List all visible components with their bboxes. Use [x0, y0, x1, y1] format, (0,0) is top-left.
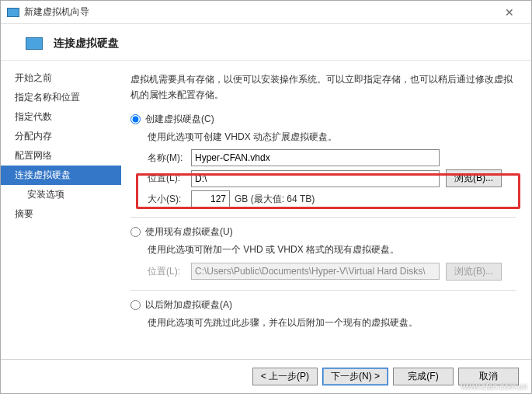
radio-attach-later[interactable]: 以后附加虚拟硬盘(A): [130, 298, 516, 312]
wizard-header: 连接虚拟硬盘: [1, 24, 531, 61]
size-input[interactable]: [191, 190, 230, 207]
radio-create-vhd[interactable]: 创建虚拟硬盘(C): [130, 113, 516, 126]
radio-existing-vhd-label: 使用现有虚拟硬盘(U): [145, 225, 233, 239]
size-suffix: GB (最大值: 64 TB): [235, 193, 315, 206]
create-vhd-hint: 使用此选项可创建 VHDX 动态扩展虚拟硬盘。: [148, 129, 516, 145]
footer: < 上一步(P) 下一步(N) > 完成(F) 取消: [1, 359, 531, 393]
content-pane: 虚拟机需要具有存储，以便可以安装操作系统。可以立即指定存储，也可以稍后通过修改虚…: [121, 61, 531, 359]
radio-existing-vhd[interactable]: 使用现有虚拟硬盘(U): [130, 225, 516, 239]
step-name-location[interactable]: 指定名称和位置: [1, 88, 121, 107]
step-memory[interactable]: 分配内存: [1, 127, 121, 146]
header-icon: [26, 37, 43, 50]
attach-later-hint: 使用此选项可先跳过此步骤，并在以后附加一个现有的虚拟硬盘。: [148, 315, 516, 330]
radio-existing-vhd-input[interactable]: [130, 227, 141, 237]
page-title: 连接虚拟硬盘: [54, 37, 119, 51]
radio-attach-later-input[interactable]: [130, 300, 141, 310]
existing-browse-button: 浏览(B)...: [446, 263, 502, 281]
finish-button[interactable]: 完成(F): [393, 368, 454, 385]
step-before-begin[interactable]: 开始之前: [1, 68, 121, 88]
step-connect-vhd[interactable]: 连接虚拟硬盘: [1, 166, 121, 185]
page-description: 虚拟机需要具有存储，以便可以安装操作系统。可以立即指定存储，也可以稍后通过修改虚…: [130, 71, 516, 103]
window-title: 新建虚拟机向导: [24, 5, 494, 19]
size-field-row: 大小(S): GB (最大值: 64 TB): [148, 190, 516, 207]
existing-location-label: 位置(L):: [148, 265, 191, 278]
titlebar: 新建虚拟机向导 ✕: [1, 1, 531, 24]
name-input[interactable]: [191, 149, 440, 166]
step-install-options[interactable]: 安装选项: [1, 185, 121, 204]
location-input[interactable]: [191, 170, 440, 187]
radio-create-vhd-label: 创建虚拟硬盘(C): [145, 113, 214, 126]
next-button[interactable]: 下一步(N) >: [322, 368, 388, 385]
name-label: 名称(M):: [148, 152, 191, 165]
cancel-button[interactable]: 取消: [458, 368, 519, 385]
wizard-window: 新建虚拟机向导 ✕ 连接虚拟硬盘 开始之前 指定名称和位置 指定代数 分配内存 …: [0, 0, 532, 394]
sidebar: 开始之前 指定名称和位置 指定代数 分配内存 配置网络 连接虚拟硬盘 安装选项 …: [1, 61, 121, 359]
name-field-row: 名称(M):: [148, 149, 516, 166]
divider-2: [130, 290, 516, 291]
app-icon: [7, 8, 19, 17]
existing-vhd-hint: 使用此选项可附加一个 VHD 或 VHDX 格式的现有虚拟硬盘。: [148, 242, 516, 257]
step-summary[interactable]: 摘要: [1, 204, 121, 224]
existing-location-input: [191, 263, 440, 280]
browse-button[interactable]: 浏览(B)...: [446, 169, 502, 187]
radio-attach-later-label: 以后附加虚拟硬盘(A): [145, 298, 232, 312]
step-network[interactable]: 配置网络: [1, 146, 121, 166]
close-icon[interactable]: ✕: [494, 6, 525, 19]
location-label: 位置(L):: [148, 172, 191, 185]
wizard-body: 开始之前 指定名称和位置 指定代数 分配内存 配置网络 连接虚拟硬盘 安装选项 …: [1, 61, 531, 359]
prev-button[interactable]: < 上一步(P): [252, 368, 318, 385]
size-label: 大小(S):: [148, 193, 191, 206]
step-generation[interactable]: 指定代数: [1, 107, 121, 127]
radio-create-vhd-input[interactable]: [130, 114, 141, 124]
location-field-row: 位置(L): 浏览(B)...: [148, 169, 516, 187]
existing-location-row: 位置(L): 浏览(B)...: [148, 263, 516, 281]
divider: [130, 217, 516, 218]
